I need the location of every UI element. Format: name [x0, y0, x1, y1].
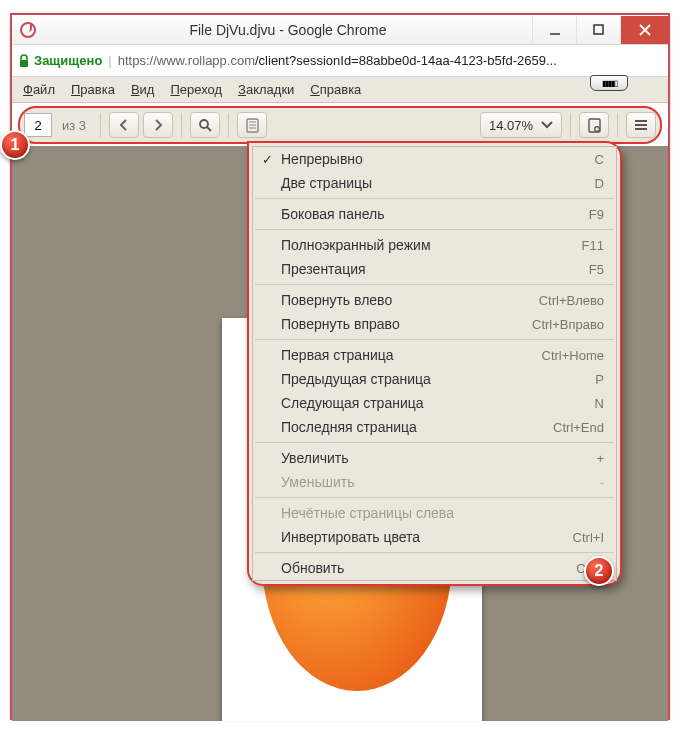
callout-badge-1: 1: [0, 130, 30, 160]
toolbar: из 3 14.07%: [24, 110, 656, 140]
menu-item-label: Повернуть влево: [281, 292, 392, 308]
menu-item[interactable]: ОбновитьCtrl+: [253, 556, 616, 580]
view-dropdown-menu: НепрерывноCДве страницыDБоковая панельF9…: [252, 146, 617, 581]
menu-item-shortcut: Ctrl+End: [553, 420, 604, 435]
menu-separator: [255, 229, 614, 230]
lock-icon: [18, 54, 30, 68]
menu-go[interactable]: Переход: [163, 80, 229, 99]
menu-item-shortcut: Ctrl+Home: [542, 348, 605, 363]
menu-item[interactable]: Две страницыD: [253, 171, 616, 195]
battery-indicator: ▮▮▮▮▯: [590, 75, 628, 91]
svg-rect-4: [20, 60, 28, 67]
menu-separator: [255, 497, 614, 498]
svg-line-6: [207, 127, 211, 131]
menu-item[interactable]: Увеличить+: [253, 446, 616, 470]
minimize-icon: [549, 24, 561, 36]
url-separator: |: [108, 53, 111, 68]
view-menu-highlight: НепрерывноCДве страницыDБоковая панельF9…: [247, 141, 622, 586]
zoom-value: 14.07%: [489, 118, 533, 133]
menu-item-label: Следующая страница: [281, 395, 424, 411]
menu-separator: [255, 552, 614, 553]
menu-item: Нечётные страницы слева: [253, 501, 616, 525]
search-button[interactable]: [190, 112, 220, 138]
menu-item-shortcut: Ctrl+Влево: [539, 293, 604, 308]
maximize-button[interactable]: [576, 16, 620, 44]
callout-badge-2: 2: [584, 556, 614, 586]
toolbar-separator: [181, 113, 182, 137]
url-text: https://www.rollapp.com/client?sessionId…: [118, 53, 662, 68]
menu-item[interactable]: Последняя страницаCtrl+End: [253, 415, 616, 439]
close-icon: [639, 24, 651, 36]
menu-item[interactable]: Следующая страницаN: [253, 391, 616, 415]
menu-item-label: Боковая панель: [281, 206, 384, 222]
menu-item[interactable]: Полноэкранный режимF11: [253, 233, 616, 257]
menu-separator: [255, 198, 614, 199]
menu-item-shortcut: D: [595, 176, 604, 191]
menu-item-shortcut: Ctrl+I: [573, 530, 604, 545]
menu-item-label: Последняя страница: [281, 419, 417, 435]
menu-separator: [255, 284, 614, 285]
secure-label: Защищено: [34, 53, 102, 68]
svg-point-5: [200, 120, 208, 128]
menu-item[interactable]: Повернуть влевоCtrl+Влево: [253, 288, 616, 312]
menu-item-label: Две страницы: [281, 175, 372, 191]
menu-item-shortcut: +: [596, 451, 604, 466]
titlebar: File DjVu.djvu - Google Chrome: [12, 15, 668, 45]
menu-item-label: Непрерывно: [281, 151, 363, 167]
window-controls: [532, 16, 668, 44]
menu-item[interactable]: Предыдущая страницаP: [253, 367, 616, 391]
menu-item-shortcut: -: [600, 475, 604, 490]
note-icon: [246, 118, 259, 133]
menu-item-label: Полноэкранный режим: [281, 237, 431, 253]
app-favicon: [20, 22, 36, 38]
menu-item[interactable]: ПрезентацияF5: [253, 257, 616, 281]
toolbar-separator: [100, 113, 101, 137]
menu-item[interactable]: Инвертировать цветаCtrl+I: [253, 525, 616, 549]
hamburger-icon: [634, 119, 648, 131]
menu-help[interactable]: Справка: [303, 80, 368, 99]
url-path: /client?sessionId=88abbe0d-14aa-4123-b5f…: [255, 53, 557, 68]
menu-item-label: Предыдущая страница: [281, 371, 431, 387]
url-host: https://www.rollapp.com: [118, 53, 255, 68]
minimize-button[interactable]: [532, 16, 576, 44]
prev-page-button[interactable]: [109, 112, 139, 138]
secure-indicator: Защищено: [18, 53, 102, 68]
menu-item-label: Первая страница: [281, 347, 394, 363]
menu-bookmarks[interactable]: Закладки: [231, 80, 301, 99]
menu-item-shortcut: P: [595, 372, 604, 387]
page-icon: [588, 118, 601, 133]
chevron-right-icon: [153, 119, 163, 131]
menu-item-shortcut: N: [595, 396, 604, 411]
menu-item-label: Уменьшить: [281, 474, 354, 490]
chevron-down-icon: [541, 121, 553, 129]
menu-item-label: Презентация: [281, 261, 366, 277]
toolbar-highlight: из 3 14.07%: [18, 106, 662, 144]
search-icon: [198, 118, 212, 132]
menu-item-shortcut: C: [595, 152, 604, 167]
chevron-left-icon: [119, 119, 129, 131]
hamburger-menu-button[interactable]: [626, 112, 656, 138]
page-options-button[interactable]: [579, 112, 609, 138]
close-button[interactable]: [620, 16, 668, 44]
menu-item[interactable]: Первая страницаCtrl+Home: [253, 343, 616, 367]
menu-view[interactable]: Вид: [124, 80, 162, 99]
menu-item[interactable]: Повернуть вправоCtrl+Вправо: [253, 312, 616, 336]
menu-edit[interactable]: Правка: [64, 80, 122, 99]
page-number-input[interactable]: [24, 113, 52, 137]
menu-item[interactable]: Боковая панельF9: [253, 202, 616, 226]
toolbar-separator: [617, 113, 618, 137]
menu-item[interactable]: НепрерывноC: [253, 147, 616, 171]
svg-point-12: [594, 126, 599, 131]
next-page-button[interactable]: [143, 112, 173, 138]
menu-item-label: Обновить: [281, 560, 344, 576]
menu-item-shortcut: F5: [589, 262, 604, 277]
maximize-icon: [593, 24, 604, 35]
menu-item-shortcut: F11: [582, 238, 604, 253]
toolbar-separator: [570, 113, 571, 137]
menu-file[interactable]: Файл: [16, 80, 62, 99]
url-bar[interactable]: Защищено | https://www.rollapp.com/clien…: [12, 45, 668, 77]
zoom-dropdown[interactable]: 14.07%: [480, 112, 562, 138]
page-of-label: из 3: [56, 118, 92, 133]
annotations-button[interactable]: [237, 112, 267, 138]
window-title: File DjVu.djvu - Google Chrome: [44, 22, 532, 38]
